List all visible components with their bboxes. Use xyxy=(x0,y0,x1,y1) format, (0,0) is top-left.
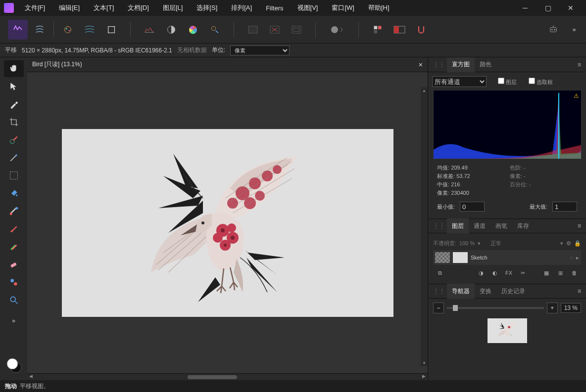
panel-grip-icon[interactable]: ⋮⋮ xyxy=(433,222,447,229)
window-close-icon[interactable]: ✕ xyxy=(559,0,582,16)
window-maximize-icon[interactable]: ▢ xyxy=(537,0,559,16)
add-layer-icon[interactable]: ▦ xyxy=(541,268,551,278)
scroll-down-icon[interactable]: ▼ xyxy=(421,359,428,366)
toggle-ui-icon[interactable] xyxy=(390,20,409,40)
delete-layer-icon[interactable]: 🗑 xyxy=(569,268,579,278)
adjust-curves-icon[interactable] xyxy=(80,20,99,40)
panel-grip-icon[interactable]: ⋮⋮ xyxy=(433,288,447,295)
gradient-tool-icon[interactable] xyxy=(4,203,24,219)
lock-icon[interactable]: 🔒 xyxy=(574,240,581,247)
layer-visible-icon[interactable]: ○ xyxy=(570,255,573,261)
menu-file[interactable]: 文件[F] xyxy=(18,0,52,16)
color-swatch-icon[interactable] xyxy=(5,356,23,374)
tab-history[interactable]: 历史记录 xyxy=(496,284,530,299)
menu-window[interactable]: 窗口[W] xyxy=(325,0,361,16)
menu-view[interactable]: 视图[V] xyxy=(291,0,325,16)
auto-contrast-icon[interactable] xyxy=(161,20,181,40)
max-input[interactable] xyxy=(552,202,577,212)
toolbar-overflow-icon[interactable]: » xyxy=(567,20,581,40)
zoom-slider[interactable] xyxy=(447,307,544,309)
scrollbar-horizontal[interactable]: ◀ ▶ xyxy=(27,373,428,380)
panel-menu-icon[interactable]: ≡ xyxy=(573,222,586,229)
opacity-value[interactable]: 100 % xyxy=(459,240,475,246)
panel-menu-icon[interactable]: ≡ xyxy=(573,288,586,295)
hand-tool-icon[interactable] xyxy=(4,60,24,77)
tab-histogram[interactable]: 直方图 xyxy=(447,57,475,72)
arrange-icon[interactable] xyxy=(368,20,388,40)
mask-icon[interactable]: ◑ xyxy=(476,268,486,278)
gear-icon[interactable]: ⚙ xyxy=(566,240,571,247)
adjust-levels-icon[interactable] xyxy=(58,20,78,40)
min-input[interactable] xyxy=(460,202,485,212)
scrollbar-thumb[interactable] xyxy=(188,375,237,379)
quickmask-icon[interactable] xyxy=(325,20,349,40)
auto-colors-icon[interactable] xyxy=(183,20,203,40)
zoom-in-button[interactable]: + xyxy=(547,303,558,313)
invert-select-icon[interactable] xyxy=(287,20,306,40)
crop-tool-icon[interactable] xyxy=(4,114,24,131)
panel-grip-icon[interactable]: ⋮⋮ xyxy=(433,61,447,68)
window-minimize-icon[interactable]: ─ xyxy=(514,0,537,16)
move-tool-icon[interactable] xyxy=(4,78,24,95)
crop-icon[interactable] xyxy=(101,20,121,40)
persona-liquify-icon[interactable] xyxy=(30,20,49,40)
tools-overflow-icon[interactable]: » xyxy=(4,312,24,329)
scrollbar-vertical[interactable]: ▲ ▼ xyxy=(421,87,428,366)
paint-brush-tool-icon[interactable] xyxy=(4,220,24,237)
layer-expand-icon[interactable]: ▸ xyxy=(576,255,579,261)
layer-row[interactable]: Sketch ○ ▸ xyxy=(433,250,581,265)
tab-navigator[interactable]: 导航器 xyxy=(447,284,475,299)
menu-edit[interactable]: 编辑[E] xyxy=(52,0,87,16)
navigator-thumbnail[interactable] xyxy=(488,318,527,343)
tab-layers[interactable]: 图层 xyxy=(447,218,469,233)
erase-tool-icon[interactable] xyxy=(4,256,24,273)
channel-select[interactable]: 所有通道 xyxy=(432,76,487,87)
auto-wb-icon[interactable] xyxy=(205,20,225,40)
persona-photo-icon[interactable] xyxy=(8,20,28,40)
snapping-icon[interactable] xyxy=(411,20,431,40)
scroll-up-icon[interactable]: ▲ xyxy=(421,87,428,94)
tab-transform[interactable]: 变换 xyxy=(475,284,496,299)
layer-name-label[interactable]: Sketch xyxy=(471,255,488,261)
color-picker-tool-icon[interactable] xyxy=(4,96,24,113)
menu-select[interactable]: 选择[S] xyxy=(190,0,224,16)
menu-layer[interactable]: 图层[L] xyxy=(156,0,190,16)
selection-brush-tool-icon[interactable] xyxy=(4,131,24,148)
auto-levels-icon[interactable] xyxy=(140,20,159,40)
menu-document[interactable]: 文档[D] xyxy=(121,0,156,16)
canvas[interactable] xyxy=(62,129,393,317)
magic-wand-tool-icon[interactable] xyxy=(4,149,24,166)
assistant-icon[interactable] xyxy=(543,20,563,40)
menu-arrange[interactable]: 排列[A] xyxy=(224,0,259,16)
menu-help[interactable]: 帮助[H] xyxy=(361,0,396,16)
panel-menu-icon[interactable]: ≡ xyxy=(573,61,586,68)
tab-close-icon[interactable]: × xyxy=(419,61,423,69)
blend-mode-select[interactable]: 正常 xyxy=(490,240,501,247)
crop-layer-icon[interactable]: ✂ xyxy=(518,268,528,278)
selection-checkbox[interactable] xyxy=(529,78,535,84)
flood-fill-tool-icon[interactable] xyxy=(4,185,24,202)
clone-brush-tool-icon[interactable] xyxy=(4,274,24,291)
select-all-icon[interactable] xyxy=(243,20,263,40)
layer-thumb[interactable] xyxy=(453,252,468,263)
fx-icon[interactable]: FX xyxy=(504,268,514,278)
tab-brushes[interactable]: 画笔 xyxy=(490,218,512,233)
deselect-icon[interactable] xyxy=(265,20,285,40)
canvas-area[interactable]: ▲ ▼ xyxy=(27,72,428,373)
layer-checkbox[interactable] xyxy=(498,78,504,84)
menu-filters[interactable]: Filters xyxy=(259,0,290,16)
adjust-icon[interactable]: ◐ xyxy=(490,268,500,278)
unit-select[interactable]: 像素 xyxy=(230,45,290,55)
menu-text[interactable]: 文本[T] xyxy=(87,0,121,16)
duplicate-layer-icon[interactable]: ⊞ xyxy=(555,268,565,278)
zoom-value[interactable]: 13 % xyxy=(561,303,581,313)
paint-mixer-tool-icon[interactable] xyxy=(4,238,24,255)
marquee-tool-icon[interactable] xyxy=(4,167,24,184)
zoom-tool-icon[interactable] xyxy=(4,292,24,308)
tab-color[interactable]: 颜色 xyxy=(475,57,496,72)
layer-mask-thumb[interactable] xyxy=(435,252,450,263)
document-tab[interactable]: Bird [只读] (13.1%) × xyxy=(27,57,428,72)
tab-channels[interactable]: 通道 xyxy=(469,218,490,233)
zoom-out-button[interactable]: − xyxy=(433,303,444,313)
tab-stock[interactable]: 库存 xyxy=(512,218,534,233)
